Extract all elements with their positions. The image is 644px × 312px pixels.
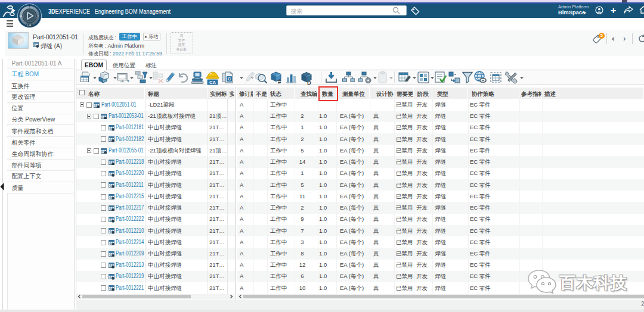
- svg-text:3D: 3D: [19, 15, 22, 18]
- svg-text:#: #: [278, 79, 281, 85]
- svg-text:L.R: L.R: [27, 24, 32, 27]
- svg-text:D: D: [307, 79, 311, 86]
- svg-text:CA: CA: [209, 80, 216, 85]
- svg-text:C: C: [228, 76, 231, 82]
